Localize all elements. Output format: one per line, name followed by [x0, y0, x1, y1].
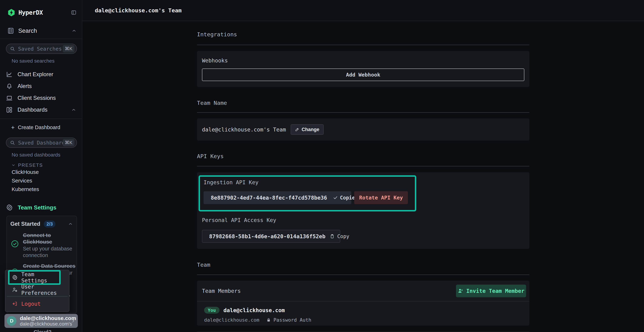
journal-icon: [7, 27, 14, 34]
team-name-value: dale@clickhouse.com's Team: [202, 126, 286, 133]
add-webhook-button[interactable]: Add Webhook: [202, 68, 524, 81]
search-section-label: Search: [18, 27, 37, 34]
sidebar-item-dashboards[interactable]: Dashboards: [0, 104, 82, 116]
main-area: dale@clickhouse.com's Team Integrations …: [82, 0, 644, 332]
lock-icon: [266, 318, 271, 322]
sidebar-section-search[interactable]: Search: [7, 26, 76, 36]
nav-item-label: Chart Explorer: [18, 71, 53, 78]
clipboard-icon: [330, 234, 335, 239]
get-started-title: Get Started: [10, 221, 40, 227]
personal-api-key-chip[interactable]: 87982668-58b1-4d6e-a620-014a136f52eb Cop…: [202, 230, 340, 243]
preset-item-clickhouse[interactable]: ClickHouse: [0, 168, 82, 176]
nav-item-label: Dashboards: [18, 106, 48, 113]
nav-item-label: Client Sessions: [18, 95, 56, 101]
menu-item-label: Logout: [21, 301, 40, 307]
invite-team-member-button[interactable]: Invite Team Member: [456, 284, 526, 297]
create-dashboard-button[interactable]: + Create Dashboard: [0, 122, 82, 133]
menu-item-logout[interactable]: Logout: [5, 299, 69, 309]
personal-api-key-value: 87982668-58b1-4d6e-a620-014a136f52eb: [209, 233, 326, 240]
chevron-up-icon[interactable]: [68, 222, 73, 226]
check-icon: [333, 195, 338, 200]
preset-item-services[interactable]: Services: [0, 176, 82, 185]
saved-dashboards-input[interactable]: ⌘K: [6, 138, 77, 148]
webhooks-card: Webhooks Add Webhook: [197, 51, 529, 87]
page-title: dale@clickhouse.com's Team: [95, 7, 182, 14]
presets-label: PRESETS: [18, 162, 43, 168]
progress-badge: 2/3: [44, 220, 56, 228]
chevron-up-icon[interactable]: [71, 107, 76, 112]
menu-item-label: User Preferences: [21, 284, 69, 296]
laptop-icon: [6, 95, 13, 102]
dashboard-grid-icon: [6, 106, 13, 113]
shortcut-badge: ⌘K: [63, 139, 74, 146]
auth-method: Password Auth: [274, 317, 311, 323]
rotate-api-key-button[interactable]: Rotate API Key: [354, 191, 408, 204]
nav-item-label: Alerts: [18, 83, 32, 90]
copy-button-label: Copy: [337, 234, 349, 239]
gear-icon: [6, 204, 13, 211]
change-team-name-button[interactable]: Change: [291, 124, 324, 135]
pencil-icon: [295, 127, 300, 132]
sidebar-item-client-sessions[interactable]: Client Sessions: [0, 92, 82, 104]
shortcut-badge: ⌘K: [63, 45, 74, 52]
sidebar: HyperDX Search ⌘K No saved searches Char…: [0, 0, 82, 332]
section-title-integrations: Integrations: [197, 31, 529, 38]
bell-icon: [6, 83, 13, 90]
team-settings-label: Team Settings: [18, 204, 56, 211]
get-started-item-connect[interactable]: Connect to ClickHouse Set up your databa…: [10, 232, 73, 259]
section-title-team-name: Team Name: [197, 100, 529, 106]
saved-searches-input[interactable]: ⌘K: [6, 44, 77, 54]
sidebar-item-alerts[interactable]: Alerts: [0, 80, 82, 92]
preset-item-kubernetes[interactable]: Kubernetes: [0, 185, 82, 194]
invite-button-label: Invite Team Member: [466, 288, 524, 294]
ingestion-api-key-value: 8e887902-4ed7-44ea-8fec-f47cd578be36: [211, 194, 327, 201]
search-icon: [10, 140, 15, 146]
section-divider: [197, 166, 529, 166]
sidebar-item-chart-explorer[interactable]: Chart Explorer: [0, 68, 82, 80]
no-saved-dashboards-text: No saved dashboards: [12, 152, 82, 158]
avatar: D: [7, 316, 16, 326]
menu-divider: [7, 296, 68, 296]
presets-toggle[interactable]: PRESETS: [11, 162, 82, 168]
sidebar-collapse-button[interactable]: [71, 10, 76, 16]
sidebar-nav: Chart Explorer Alerts Client Sessions Da…: [0, 68, 82, 116]
menu-item-user-preferences[interactable]: User Preferences: [5, 285, 69, 295]
user-team: dale@clickhouse.com's: [20, 321, 71, 327]
member-name: dale@clickhouse.com: [224, 307, 285, 314]
user-account-chip[interactable]: D dale@clickhouse.com dale@clickhouse.co…: [4, 314, 78, 328]
get-started-item-description: Set up your database connection: [23, 246, 77, 259]
team-member-row: You dale@clickhouse.com: [204, 307, 529, 314]
chart-icon: [6, 71, 13, 78]
section-title-team: Team: [197, 262, 529, 268]
no-saved-searches-text: No saved searches: [12, 58, 82, 64]
clipped-bottom-text: Cloud?: [34, 329, 52, 332]
saved-dashboards-field[interactable]: [18, 140, 63, 146]
search-icon: [10, 46, 15, 52]
personal-api-key-label: Personal API Access Key: [202, 217, 276, 223]
content-scroll-area[interactable]: Integrations Webhooks Add Webhook Team N…: [82, 21, 644, 332]
get-started-item-title: Connect to ClickHouse: [23, 232, 58, 245]
account-menu-popup: Team Settings User Preferences Logout: [5, 270, 70, 312]
ingestion-api-key-chip[interactable]: 8e887902-4ed7-44ea-8fec-f47cd578be36 Cop…: [204, 191, 351, 204]
sidebar-divider: [0, 118, 82, 119]
logo-text: HyperDX: [18, 9, 43, 16]
get-started-item-title: Create Data Sources: [23, 262, 77, 269]
member-email: dale@clickhouse.com: [204, 317, 260, 323]
change-button-label: Change: [302, 127, 319, 132]
api-keys-card: Ingestion API Key 8e887902-4ed7-44ea-8fe…: [197, 172, 529, 249]
sidebar-item-team-settings[interactable]: Team Settings: [0, 203, 82, 212]
menu-item-team-settings[interactable]: Team Settings: [21, 271, 59, 284]
logout-icon: [12, 301, 18, 306]
team-name-card: dale@clickhouse.com's Team Change: [197, 118, 529, 140]
section-divider: [197, 112, 529, 113]
saved-searches-field[interactable]: [18, 46, 63, 52]
annotation-box-ingestion-api-key: Ingestion API Key 8e887902-4ed7-44ea-8fe…: [198, 175, 416, 212]
hyperdx-logo-icon: [7, 8, 16, 17]
page-header: dale@clickhouse.com's Team: [82, 0, 644, 21]
section-divider: [197, 274, 529, 275]
user-gear-icon: [12, 287, 18, 293]
get-started-header[interactable]: Get Started 2/3: [10, 220, 73, 228]
chevron-up-icon[interactable]: [72, 28, 76, 33]
sidebar-divider: [0, 39, 82, 39]
plus-icon: +: [11, 124, 15, 130]
